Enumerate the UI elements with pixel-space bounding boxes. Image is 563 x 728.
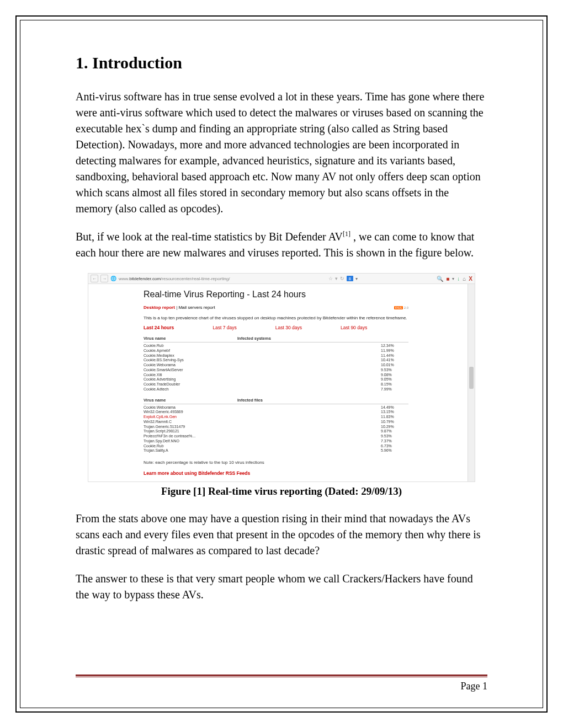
col-infected-systems: Infected systems <box>237 336 408 341</box>
footnote: Note: each percentage is relative to the… <box>144 460 464 465</box>
url-path: /resourcecenter/real-time-reporting/ <box>161 276 230 281</box>
bar-cell <box>237 410 381 415</box>
time-tab-90d[interactable]: Last 90 days <box>341 325 367 330</box>
bar-cell <box>237 439 381 444</box>
search-engine-badge[interactable]: 8 <box>347 276 353 281</box>
virus-name-cell: Win32.Generic.493869 <box>144 410 237 415</box>
browser-content: Real-time Virus Reporting - Last 24 hour… <box>88 284 475 481</box>
table-row: Cookie.Weborama10.01% <box>144 363 408 368</box>
col-virus-name: Virus name <box>144 336 237 341</box>
virus-name-cell: Cookie.Weborama <box>144 363 237 368</box>
back-button[interactable]: ← <box>91 275 98 282</box>
table-row: Win32.Generic.49386913.15% <box>144 410 408 415</box>
table-row: Trojan.Sality.A5.96% <box>144 448 408 453</box>
table-row: Cookie.Adtech7.99% <box>144 387 408 392</box>
table-row: Cookie.Apmebf11.99% <box>144 349 408 354</box>
abp-icon[interactable]: ■ <box>446 276 449 282</box>
percent-cell: 13.15% <box>381 410 408 415</box>
table-row: Cookie.Mediaplex11.44% <box>144 354 408 358</box>
paragraph-1: Anti-virus software has in true sense ev… <box>76 89 487 217</box>
search-icon[interactable]: 🔍 <box>437 276 443 282</box>
virus-name-cell: Cookie.Advertising <box>144 377 237 382</box>
bar-cell <box>237 429 381 434</box>
bar-cell <box>237 448 381 453</box>
percent-cell: 10.41% <box>381 358 408 363</box>
bar-cell <box>237 405 381 410</box>
bar-cell <box>237 444 381 449</box>
rss-learn-more-link[interactable]: Learn more about using Bitdefender RSS F… <box>144 470 464 476</box>
paragraph-4: The answer to these is that very smart p… <box>76 571 487 603</box>
virus-name-cell: Trojan.Spy.Delf.NNO <box>144 439 237 444</box>
percent-cell: 7.37% <box>381 439 408 444</box>
percent-cell: 9.53% <box>381 368 408 373</box>
table-infected-systems: Virus name Infected systems Cookie.Rub12… <box>144 336 408 392</box>
bar-cell <box>237 387 381 392</box>
virus-name-cell: Cookie.Weborama <box>144 405 237 410</box>
forward-button[interactable]: → <box>100 275 108 282</box>
dropdown-icon[interactable]: ▾ <box>335 276 338 281</box>
report-description: This is a top ten prevalence chart of th… <box>144 315 464 320</box>
percent-cell: 9.05% <box>381 377 408 382</box>
table-row: Exploit.CplLnk.Gen11.83% <box>144 415 408 420</box>
paragraph-2: But, if we look at the real-time statist… <box>76 229 487 261</box>
virus-name-cell: Win32.Ramnit.C <box>144 420 237 425</box>
table-row: Cookie.Xiti9.08% <box>144 373 408 378</box>
tab-mail-servers-report[interactable]: Mail servers report <box>178 305 215 310</box>
virus-name-cell: Protecci%F3n de contrase%... <box>144 434 237 439</box>
bar-cell <box>237 363 381 368</box>
virus-name-cell: Trojan.Generic.5131479 <box>144 425 237 430</box>
virus-name-cell: Trojan.Sality.A <box>144 448 237 453</box>
percent-cell: 14.49% <box>381 405 408 410</box>
table-infected-files: Virus name Infected files Cookie.Weboram… <box>144 398 408 454</box>
vertical-scrollbar[interactable] <box>468 284 475 481</box>
percent-cell: 6.73% <box>381 444 408 449</box>
time-tab-7d[interactable]: Last 7 days <box>213 325 236 330</box>
table-row: Win32.Ramnit.C10.79% <box>144 420 408 425</box>
table-row: Cookie.Weborama14.49% <box>144 405 408 410</box>
bar-cell <box>237 354 381 358</box>
time-tab-24h[interactable]: Last 24 hours <box>144 325 174 330</box>
page-number: Page 1 <box>461 681 488 692</box>
home-icon[interactable]: ⌂ <box>463 276 466 282</box>
search-caret-icon[interactable]: ▾ <box>355 276 358 281</box>
percent-cell: 10.29% <box>381 425 408 430</box>
abp-caret-icon[interactable]: ▾ <box>452 276 454 281</box>
percent-cell: 12.34% <box>381 344 408 349</box>
percent-cell: 5.96% <box>381 448 408 453</box>
virus-name-cell: Cookie.BS.Serving-Sys <box>144 358 237 363</box>
reload-icon[interactable]: ↻ <box>340 276 344 281</box>
bar-cell <box>237 382 381 387</box>
close-icon[interactable]: X <box>469 276 472 282</box>
table-row: Trojan.Script.2981219.87% <box>144 429 408 434</box>
table-row: Cookie.SmartAdServer9.53% <box>144 368 408 373</box>
tab-desktop-report[interactable]: Desktop report <box>144 305 175 310</box>
time-range-tabs: Last 24 hours Last 7 days Last 30 days L… <box>144 325 464 330</box>
table-row: Cookie.Rub6.73% <box>144 444 408 449</box>
col-virus-name-2: Virus name <box>144 398 237 403</box>
citation-sup: [1] <box>343 230 350 238</box>
paragraph-3: From the stats above one may have a ques… <box>76 511 487 559</box>
footer-rule <box>76 675 487 677</box>
table-row: Trojan.Generic.513147910.29% <box>144 425 408 430</box>
time-tab-30d[interactable]: Last 30 days <box>275 325 302 330</box>
bar-cell <box>237 434 381 439</box>
rss-badge: RSS <box>394 306 403 309</box>
download-icon[interactable]: ↓ <box>457 276 460 282</box>
virus-name-cell: Cookie.SmartAdServer <box>144 368 237 373</box>
virus-name-cell: Cookie.Apmebf <box>144 349 237 354</box>
percent-cell: 11.83% <box>381 415 408 420</box>
percent-cell: 10.01% <box>381 363 408 368</box>
report-title: Real-time Virus Reporting - Last 24 hour… <box>144 290 464 299</box>
address-bar[interactable]: www.bitdefender.com/resourcecenter/real-… <box>119 276 326 281</box>
bookmark-star-icon[interactable]: ☆ <box>328 276 333 281</box>
percent-cell: 11.99% <box>381 349 408 354</box>
table-row: Cookie.Rub12.34% <box>144 344 408 349</box>
rss-badge-wrap[interactable]: RSS 2.0 <box>394 306 408 309</box>
url-domain: bitdefender.com <box>129 276 161 281</box>
bar-cell <box>237 349 381 354</box>
browser-toolbar: ← → 🌐 www.bitdefender.com/resourcecenter… <box>88 274 475 284</box>
bar-cell <box>237 358 381 363</box>
report-type-tabs: Desktop report | Mail servers report <box>144 305 215 310</box>
rss-version: 2.0 <box>404 306 408 309</box>
virus-name-cell: Cookie.Mediaplex <box>144 354 237 358</box>
